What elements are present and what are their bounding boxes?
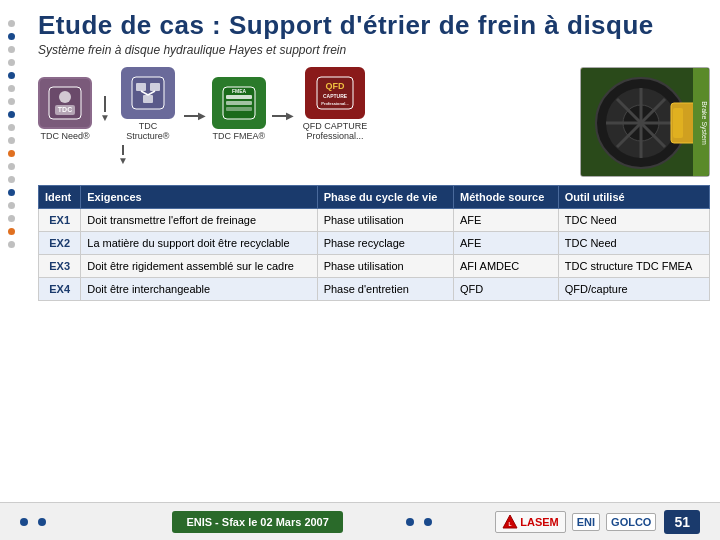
- cell-id: EX3: [39, 255, 81, 278]
- dot-17: [8, 228, 15, 235]
- dot-11: [8, 150, 15, 157]
- tdc-need-icon: TDC: [47, 85, 83, 121]
- dot-18: [8, 241, 15, 248]
- left-decoration: [8, 0, 15, 540]
- bottom-dots-mid: [343, 518, 495, 526]
- dot-5: [8, 72, 15, 79]
- cell-exigences: Doit transmettre l'effort de freinage: [81, 209, 317, 232]
- svg-rect-12: [226, 101, 252, 105]
- main-content: Etude de cas : Support d'étrier de frein…: [28, 0, 720, 311]
- cell-phase: Phase recyclage: [317, 232, 453, 255]
- tdc-fmea-label: TDC FMEA®: [213, 131, 266, 141]
- dot-4: [8, 59, 15, 66]
- dot-1: [8, 20, 15, 27]
- cell-exigences: Doit être rigidement assemblé sur le cad…: [81, 255, 317, 278]
- dot-7: [8, 98, 15, 105]
- icon-tdc-fmea: FMEA TDC FMEA®: [212, 77, 266, 141]
- bottom-dot-1: [20, 518, 28, 526]
- col-header-methode: Méthode source: [454, 186, 559, 209]
- cell-outil: TDC Need: [558, 209, 709, 232]
- qfd-capture-image: QFD CAPTURE Professional...: [305, 67, 365, 119]
- qfd-capture-label: QFD CAPTURE Professional...: [300, 121, 370, 141]
- icon-tdc-need: TDC TDC Need®: [38, 77, 92, 141]
- table-row: EX2La matière du support doit être recyc…: [39, 232, 710, 255]
- dot-2: [8, 33, 15, 40]
- svg-point-1: [59, 91, 71, 103]
- svg-text:FMEA: FMEA: [232, 88, 247, 94]
- bottom-dot-2: [38, 518, 46, 526]
- cell-methode: AFE: [454, 209, 559, 232]
- svg-rect-13: [226, 107, 252, 111]
- cell-outil: TDC structure TDC FMEA: [558, 255, 709, 278]
- table-row: EX4Doit être interchangeablePhase d'entr…: [39, 278, 710, 301]
- cell-methode: QFD: [454, 278, 559, 301]
- cell-id: EX1: [39, 209, 81, 232]
- col-header-exigences: Exigences: [81, 186, 317, 209]
- cell-methode: AFE: [454, 232, 559, 255]
- lasem-label: LASEM: [520, 516, 559, 528]
- tdc-need-image: TDC: [38, 77, 92, 129]
- cell-methode: AFI AMDEC: [454, 255, 559, 278]
- eni-label: ENI: [577, 516, 595, 528]
- svg-text:TDC: TDC: [58, 106, 72, 113]
- svg-text:CAPTURE: CAPTURE: [323, 93, 348, 99]
- qfd-capture-icon: QFD CAPTURE Professional...: [315, 75, 355, 111]
- cell-outil: QFD/capture: [558, 278, 709, 301]
- icon-qfd-capture: QFD CAPTURE Professional... QFD CAPTURE …: [300, 67, 370, 141]
- svg-text:Professional...: Professional...: [321, 101, 348, 106]
- table-header-row: Ident Exigences Phase du cycle de vie Mé…: [39, 186, 710, 209]
- requirements-table: Ident Exigences Phase du cycle de vie Mé…: [38, 185, 710, 301]
- tdc-fmea-image: FMEA: [212, 77, 266, 129]
- tdc-structure-label: TDC Structure®: [118, 121, 178, 141]
- cell-id: EX4: [39, 278, 81, 301]
- col-header-ident: Ident: [39, 186, 81, 209]
- lasem-logo-icon: L: [502, 514, 518, 530]
- table-row: EX3Doit être rigidement assemblé sur le …: [39, 255, 710, 278]
- bottom-dots-left: [20, 518, 172, 526]
- cell-phase: Phase utilisation: [317, 255, 453, 278]
- table-row: EX1Doit transmettre l'effort de freinage…: [39, 209, 710, 232]
- brake-photo: Brake System: [581, 68, 710, 177]
- bottom-dot-3: [406, 518, 414, 526]
- page-title: Etude de cas : Support d'étrier de frein…: [38, 10, 710, 41]
- tdc-structure-image: [121, 67, 175, 119]
- svg-rect-5: [136, 83, 146, 91]
- cell-outil: TDC Need: [558, 232, 709, 255]
- dot-13: [8, 176, 15, 183]
- svg-rect-11: [226, 95, 252, 99]
- dot-10: [8, 137, 15, 144]
- page-number: 51: [664, 510, 700, 534]
- tdc-fmea-icon: FMEA: [221, 85, 257, 121]
- dot-15: [8, 202, 15, 209]
- logo-area: L LASEM ENI GOLCO: [495, 511, 656, 533]
- eni-logo: ENI: [572, 513, 600, 531]
- icons-flow: TDC TDC Need® ▼: [38, 67, 570, 141]
- svg-text:L: L: [509, 521, 512, 527]
- dot-16: [8, 215, 15, 222]
- enis-button[interactable]: ENIS - Sfax le 02 Mars 2007: [172, 511, 342, 533]
- arrow-3: ▶: [272, 110, 294, 121]
- arrow-2: ▶: [184, 110, 206, 121]
- dot-12: [8, 163, 15, 170]
- bottom-bar: ENIS - Sfax le 02 Mars 2007 L LASEM ENI …: [0, 502, 720, 540]
- dot-8: [8, 111, 15, 118]
- dot-14: [8, 189, 15, 196]
- dot-3: [8, 46, 15, 53]
- cell-exigences: Doit être interchangeable: [81, 278, 317, 301]
- golco-logo: GOLCO: [606, 513, 656, 531]
- svg-rect-6: [150, 83, 160, 91]
- icons-section: TDC TDC Need® ▼: [38, 67, 570, 168]
- cell-phase: Phase utilisation: [317, 209, 453, 232]
- col-header-phase: Phase du cycle de vie: [317, 186, 453, 209]
- svg-rect-28: [673, 108, 683, 138]
- lasem-logo: L LASEM: [495, 511, 566, 533]
- arrow-to-table: ▼: [38, 145, 570, 166]
- cell-phase: Phase d'entretien: [317, 278, 453, 301]
- svg-rect-7: [143, 95, 153, 103]
- arrow-1: ▼: [100, 96, 110, 123]
- col-header-outil: Outil utilisé: [558, 186, 709, 209]
- cell-id: EX2: [39, 232, 81, 255]
- tdc-need-label: TDC Need®: [40, 131, 89, 141]
- product-photo: Brake System: [580, 67, 710, 177]
- svg-text:QFD: QFD: [325, 81, 344, 91]
